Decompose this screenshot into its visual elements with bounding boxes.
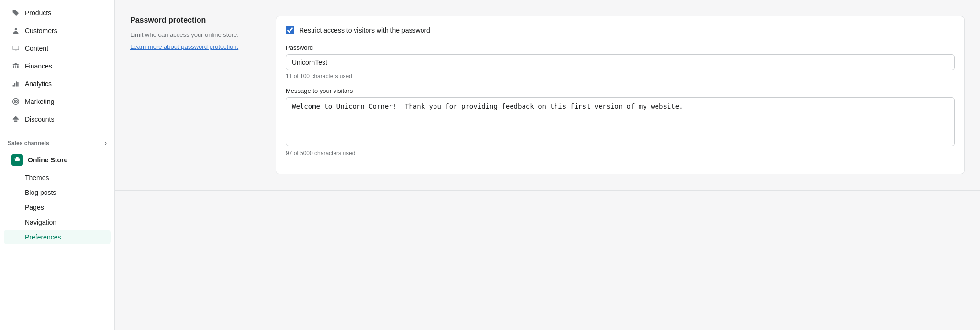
online-store-label: Online Store [28, 156, 67, 164]
sales-channels-header[interactable]: Sales channels › [0, 132, 114, 149]
sidebar-item-finances[interactable]: Finances [4, 57, 111, 75]
sidebar-label-products: Products [25, 9, 51, 17]
bar-chart-icon [11, 80, 20, 88]
monitor-icon [11, 44, 20, 53]
section-description-text: Limit who can access your online store. [130, 30, 264, 40]
pages-label: Pages [25, 204, 44, 211]
password-form-card: Restrict access to visitors with the pas… [276, 16, 965, 174]
tag-icon [11, 9, 20, 17]
bank-icon [11, 62, 20, 70]
sidebar-item-blog-posts[interactable]: Blog posts [4, 185, 111, 200]
sidebar-label-analytics: Analytics [25, 80, 52, 88]
password-hint: 11 of 100 characters used [286, 73, 955, 80]
sidebar-item-content[interactable]: Content [4, 40, 111, 57]
restrict-access-label[interactable]: Restrict access to visitors with the pas… [299, 26, 430, 34]
main-content: Password protection Limit who can access… [115, 0, 980, 330]
message-hint: 97 of 5000 characters used [286, 150, 955, 157]
sidebar-label-content: Content [25, 45, 48, 52]
svg-point-2 [15, 101, 16, 102]
discount-icon [11, 115, 20, 124]
password-label: Password [286, 44, 955, 51]
sidebar-item-navigation[interactable]: Navigation [4, 215, 111, 229]
sidebar-label-customers: Customers [25, 27, 57, 34]
sidebar-item-preferences[interactable]: Preferences [4, 230, 111, 244]
navigation-label: Navigation [25, 218, 56, 226]
learn-more-link[interactable]: Learn more about password protection. [130, 43, 238, 50]
sidebar-label-finances: Finances [25, 62, 52, 70]
sidebar-item-marketing[interactable]: Marketing [4, 93, 111, 110]
target-icon [11, 97, 20, 106]
restrict-access-row: Restrict access to visitors with the pas… [286, 26, 955, 34]
preferences-label: Preferences [25, 233, 61, 241]
message-label: Message to your visitors [286, 87, 955, 94]
message-textarea[interactable]: Welcome to Unicorn Corner! Thank you for… [286, 97, 955, 146]
sidebar-item-pages[interactable]: Pages [4, 200, 111, 215]
sidebar-item-online-store[interactable]: Online Store [4, 150, 111, 170]
section-title: Password protection [130, 16, 264, 24]
sidebar-item-products[interactable]: Products [4, 4, 111, 22]
bottom-section [115, 190, 980, 219]
online-store-icon [11, 154, 23, 166]
sidebar: Products Customers Content [0, 0, 115, 330]
section-description: Password protection Limit who can access… [130, 16, 264, 50]
sidebar-item-customers[interactable]: Customers [4, 22, 111, 39]
restrict-access-checkbox[interactable] [286, 26, 294, 34]
sidebar-label-discounts: Discounts [25, 115, 54, 123]
sidebar-item-themes[interactable]: Themes [4, 171, 111, 185]
blog-posts-label: Blog posts [25, 189, 56, 196]
themes-label: Themes [25, 174, 49, 182]
sidebar-item-analytics[interactable]: Analytics [4, 75, 111, 92]
sales-channels-label: Sales channels [8, 140, 49, 147]
password-section: Password protection Limit who can access… [115, 0, 980, 190]
person-icon [11, 26, 20, 35]
message-field-group: Message to your visitors Welcome to Unic… [286, 87, 955, 157]
chevron-right-icon: › [105, 140, 107, 147]
password-input[interactable] [286, 54, 955, 70]
password-field-group: Password 11 of 100 characters used [286, 44, 955, 80]
sidebar-item-discounts[interactable]: Discounts [4, 111, 111, 128]
sidebar-label-marketing: Marketing [25, 98, 54, 105]
